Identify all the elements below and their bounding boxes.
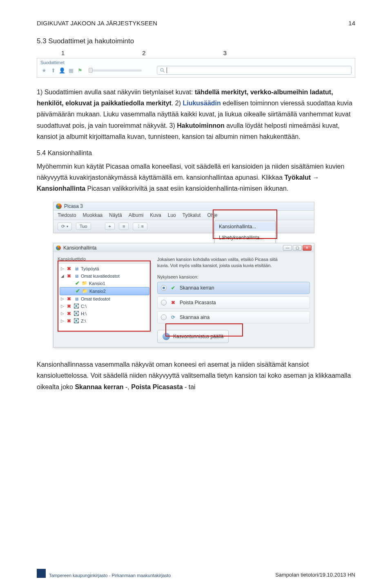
bp-d: Poista Picasasta [131, 383, 183, 390]
folder-manager-icon [56, 245, 61, 250]
menu-kuva[interactable]: Kuva [150, 212, 161, 218]
arrow-right-icon: → [311, 174, 319, 181]
toolbar-small-2[interactable]: ≡ [119, 223, 129, 230]
toolbar-refresh-button[interactable]: ⟳▾ [58, 223, 72, 230]
picasa-menubar: Picasa 3 Tiedosto Muokkaa Näytä Albumi K… [53, 202, 314, 233]
menu-tyokalut[interactable]: Työkalut [183, 212, 201, 218]
toolbar-small-1[interactable]: + [105, 223, 115, 230]
annotation-red-box-tree [58, 261, 151, 332]
section-5-4-paragraph: Myöhemmin kun käytät Picasaa omalla kone… [37, 161, 355, 194]
radio-scan-always[interactable] [161, 314, 167, 320]
p-53-a: 1) Suodattimien avulla saat näkyviin tie… [37, 89, 195, 96]
upload-filter-icon[interactable]: ⬆ [49, 67, 57, 74]
footer-logo: Tampereen kaupunginkirjasto - Pirkanmaan… [37, 569, 171, 578]
filters-group-label: Suodattimet [40, 60, 355, 65]
label-3: 3 [223, 49, 227, 56]
bottom-paragraph: Kansionhallinnassa vasemmalla näkyvät om… [37, 359, 355, 392]
bp-b: Skannaa kerran [75, 383, 123, 390]
annotation-red-box-menu [213, 209, 277, 239]
option-scan-always-label: Skannaa aina [180, 314, 209, 320]
video-filter-icon[interactable]: ▦ [67, 67, 75, 74]
p-53-f: Hakutoiminnon [177, 122, 224, 129]
date-slider-thumb[interactable] [89, 68, 93, 73]
star-filter-icon[interactable]: ★ [40, 67, 48, 74]
option-remove[interactable]: ✖ Poista Picasasta [157, 296, 310, 309]
labels-123: 1 2 3 [37, 49, 355, 56]
menu-luo[interactable]: Luo [168, 212, 176, 218]
section-5-3-paragraph: 1) Suodattimien avulla saat näkyviin tie… [37, 87, 355, 142]
person-filter-icon[interactable]: 👤 [58, 67, 66, 74]
toolbar-import-button[interactable]: Tuo [76, 223, 91, 230]
toolbar-small-3[interactable]: ⋮≡ [133, 223, 147, 230]
bp-e: - tai [183, 383, 196, 390]
folder-manager-description: Jokaisen kansion kohdalla voidaan valita… [157, 256, 288, 269]
folder-manager-title: Kansionhallinta [63, 245, 96, 251]
p-53-d: Liukusäädin [183, 100, 220, 107]
menu-nayta[interactable]: Näytä [109, 212, 122, 218]
p-53-c: . 2) [172, 100, 183, 107]
window-maximize-button[interactable]: ▢ [293, 245, 302, 251]
x-icon: ✖ [170, 299, 176, 306]
label-2: 2 [142, 49, 145, 56]
refresh-icon: ⟳ [170, 314, 176, 321]
filters-toolbar: Suodattimet ★ ⬆ 👤 ▦ ⚑ [37, 58, 355, 78]
footer-org: Tampereen kaupunginkirjasto - Pirkanmaan… [49, 573, 171, 578]
doc-header-title: DIGIKUVAT JAKOON JA JÄRJESTYKSEEN [37, 20, 157, 27]
picasa-app-title: Picasa 3 [64, 203, 83, 209]
check-icon: ✔ [170, 285, 176, 291]
option-scan-once-label: Skannaa kerran [180, 285, 214, 291]
page-number: 14 [348, 20, 355, 27]
window-minimize-button[interactable]: — [283, 245, 292, 251]
radio-scan-once[interactable] [161, 285, 167, 291]
section-5-4-heading: 5.4 Kansionhallinta [37, 149, 355, 157]
search-input[interactable] [167, 67, 349, 74]
search-input-wrap[interactable] [157, 66, 352, 75]
menu-tiedosto[interactable]: Tiedosto [58, 212, 76, 218]
p-54-b: Työkalut [285, 174, 311, 181]
footer-right: Sampolan tietotori/19.10.2013 HN [275, 572, 355, 578]
folder-manager-window: Kansionhallinta — ▢ ✕ Kansioluettelo ▷✖🖥… [53, 243, 314, 348]
option-scan-once[interactable]: ✔ Skannaa kerran [157, 282, 310, 294]
label-1: 1 [61, 49, 65, 56]
current-folder-label: Nykyiseen kansioon: [157, 274, 310, 279]
radio-remove[interactable] [161, 300, 167, 305]
option-scan-always[interactable]: ⟳ Skannaa aina [157, 311, 310, 323]
search-icon [160, 67, 165, 73]
bp-c: -, [124, 383, 131, 390]
p-54-c: Kansionhallinta [37, 185, 85, 192]
p-54-d: Picasan valikkoriviltä ja saat esiin kan… [85, 185, 288, 192]
option-remove-label: Poista Picasasta [180, 300, 216, 305]
svg-point-0 [160, 69, 163, 71]
window-close-button[interactable]: ✕ [303, 245, 312, 251]
menu-muokkaa[interactable]: Muokkaa [83, 212, 103, 218]
annotation-red-box-face [165, 323, 243, 336]
date-slider[interactable] [89, 69, 142, 71]
footer-logo-icon [37, 569, 46, 578]
svg-line-1 [163, 71, 164, 72]
menu-albumi[interactable]: Albumi [129, 212, 144, 218]
geo-filter-icon[interactable]: ⚑ [76, 67, 84, 74]
section-5-3-heading: 5.3 Suodattimet ja hakutoiminto [37, 37, 355, 45]
picasa-logo-icon [56, 203, 62, 209]
